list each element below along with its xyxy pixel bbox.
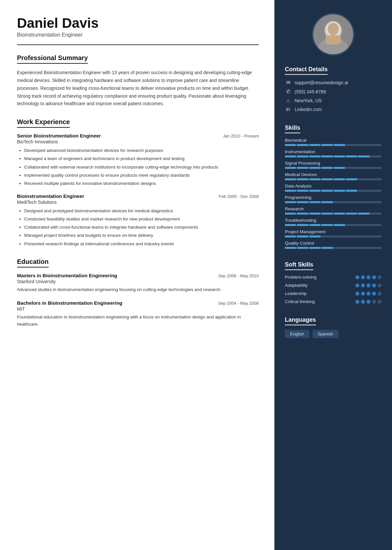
skill-bar-segment — [297, 201, 308, 203]
jobs-list: Senior Bioinstrumentation Engineer Jan 2… — [17, 133, 259, 248]
skill-name: Troubleshooting — [285, 218, 382, 223]
skill-row: Quality Control — [285, 241, 382, 249]
dot — [367, 300, 370, 304]
skill-bar-segment — [309, 247, 320, 249]
edu-entry: Bachelors in Bioinstrumentation Engineer… — [17, 300, 259, 328]
skills-section: Skills Biomedical Instrumentation Signal… — [285, 124, 382, 252]
skill-bar-segment — [321, 224, 333, 226]
soft-skill-dots — [355, 283, 382, 287]
list-item: Managed a team of engineers and technici… — [24, 155, 259, 162]
skill-bar-segment — [358, 201, 369, 203]
skill-bar-segment — [370, 247, 382, 249]
svg-point-4 — [328, 23, 339, 35]
skill-bar-segment — [297, 167, 308, 169]
work-experience-section: Work Experience Senior Bioinstrumentatio… — [17, 118, 259, 248]
contact-icon-email: ✉ — [285, 79, 291, 86]
skill-bar-segment — [334, 213, 345, 215]
summary-section: Professional Summary Experienced Bioinst… — [17, 54, 259, 108]
skill-bar-segment — [370, 235, 382, 237]
skill-bar-segment — [321, 178, 333, 180]
contact-section: Contact Details ✉ support@resumedesign.a… — [285, 66, 382, 115]
skill-bar-segment — [285, 190, 296, 192]
right-column: Contact Details ✉ support@resumedesign.a… — [274, 0, 392, 550]
list-item: Collaborated with external research inst… — [24, 164, 259, 171]
skill-bar-segment — [285, 167, 296, 169]
candidate-title: Bioinstrumentation Engineer — [17, 32, 259, 38]
job-dates: Feb 2005 - Dec 2009 — [219, 194, 259, 199]
skill-bar-segment — [346, 155, 357, 157]
dot — [372, 275, 376, 279]
skill-row: Project Management — [285, 229, 382, 237]
skill-bar-segment — [297, 178, 308, 180]
skill-bar-segment — [309, 224, 320, 226]
dot — [378, 292, 382, 296]
job-title: Senior Bioinstrumentation Engineer — [17, 133, 101, 138]
skill-bar-segment — [285, 201, 296, 203]
skill-bar-segment — [321, 247, 333, 249]
skill-bar-segment — [285, 235, 296, 237]
skill-name: Quality Control — [285, 241, 382, 246]
avatar-wrap — [285, 13, 382, 56]
list-item: Managed project timelines and budgets to… — [24, 232, 259, 239]
skill-bar-segment — [321, 201, 333, 203]
skill-bar — [285, 201, 382, 203]
job-title: Bioinstrumentation Engineer — [17, 193, 84, 199]
skill-bar — [285, 190, 382, 192]
soft-skills-list: Problem-solving Adaptability Leadership … — [285, 275, 382, 304]
soft-skill-row: Critical thinking — [285, 299, 382, 304]
education-section: Education Masters in Bioinstrumentation … — [17, 258, 259, 328]
list-item: Received multiple patents for innovative… — [24, 180, 259, 187]
skill-bar-segment — [285, 155, 296, 157]
skill-name: Programming — [285, 195, 382, 200]
skill-bar-segment — [309, 235, 320, 237]
dot — [355, 300, 359, 304]
skill-bar-segment — [309, 201, 320, 203]
job-bullets: Developed advanced bioinstrumentation de… — [17, 147, 259, 187]
contact-icon-linkedin: in — [285, 106, 291, 112]
skill-bar-segment — [346, 144, 357, 146]
skill-name: Instrumentation — [285, 149, 382, 154]
edu-dates: Sep 2004 - May 2008 — [218, 301, 259, 306]
skill-bar-segment — [297, 213, 308, 215]
dot — [355, 275, 359, 279]
contact-location: ⌂ NewYork, US — [285, 98, 382, 104]
skill-bar-segment — [346, 247, 357, 249]
contact-value: support@resumedesign.ai — [295, 80, 348, 85]
contact-value: LinkedIn.com — [295, 107, 322, 112]
list-item: Conducted feasibility studies and market… — [24, 216, 259, 223]
skill-bar-segment — [285, 178, 296, 180]
contact-icon-location: ⌂ — [285, 98, 291, 104]
skill-bar-segment — [285, 213, 296, 215]
skill-bar-segment — [334, 224, 345, 226]
skill-bar-segment — [334, 178, 345, 180]
skills-list: Biomedical Instrumentation Signal Proces… — [285, 138, 382, 249]
skill-bar — [285, 144, 382, 146]
soft-skill-name: Problem-solving — [285, 275, 317, 280]
skill-bar-segment — [358, 224, 369, 226]
skill-bar-segment — [358, 190, 369, 192]
skill-bar-segment — [346, 213, 357, 215]
skill-bar-segment — [358, 155, 369, 157]
dot — [367, 275, 370, 279]
skill-bar-segment — [334, 144, 345, 146]
skill-bar — [285, 178, 382, 180]
contact-list: ✉ support@resumedesign.ai ✆ (555) 345-67… — [285, 79, 382, 112]
soft-skills-section: Soft Skills Problem-solving Adaptability… — [285, 261, 382, 307]
language-tag: English — [285, 330, 309, 338]
skill-bar-segment — [321, 190, 333, 192]
soft-skills-title: Soft Skills — [285, 261, 313, 270]
skill-bar-segment — [309, 213, 320, 215]
dot — [372, 300, 376, 304]
skill-name: Biomedical — [285, 138, 382, 143]
soft-skill-dots — [355, 292, 382, 296]
languages-list: EnglishSpanish — [285, 330, 382, 338]
skill-bar-segment — [285, 144, 296, 146]
skill-bar-segment — [346, 190, 357, 192]
skill-bar-segment — [321, 167, 333, 169]
skill-name: Research — [285, 206, 382, 211]
skill-name: Medical Devices — [285, 172, 382, 177]
list-item: Collaborated with cross-functional teams… — [24, 224, 259, 231]
dot — [372, 283, 376, 287]
contact-email: ✉ support@resumedesign.ai — [285, 79, 382, 86]
soft-skill-name: Leadership — [285, 291, 307, 296]
